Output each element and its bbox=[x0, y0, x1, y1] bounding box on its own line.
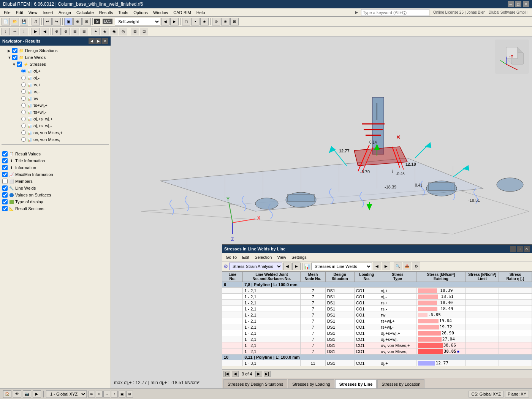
render-mode-2[interactable]: ▪ bbox=[191, 18, 200, 25]
toggle-design-situations[interactable]: ▶ bbox=[8, 49, 12, 53]
check-stresses[interactable] bbox=[17, 62, 22, 67]
check-information[interactable] bbox=[2, 165, 8, 170]
rp-menu-edit[interactable]: Edit bbox=[240, 254, 252, 260]
next-page-button[interactable]: ▶ bbox=[255, 371, 262, 377]
check-result-sections[interactable] bbox=[2, 206, 8, 211]
table-row[interactable]: 1 - 2,1 7 DS1 CO1 σj,+s+w|,+ 26.90 bbox=[222, 330, 532, 336]
tree-item-design-situations[interactable]: ▶ 📁 Design Situations bbox=[2, 47, 109, 54]
table-row[interactable]: 1 - 2,1 7 DS1 CO1 τw -6.85 bbox=[222, 312, 532, 318]
radio-vonmises-minus[interactable] bbox=[21, 137, 26, 142]
tb2-btn7[interactable]: ⊖ bbox=[62, 28, 70, 35]
check-line-welds-2[interactable] bbox=[2, 185, 8, 191]
render-mode-1[interactable]: ◻ bbox=[182, 18, 190, 25]
check-members[interactable] bbox=[2, 179, 8, 184]
tree-item-title-info[interactable]: ℹ Title Information bbox=[2, 157, 109, 164]
check-result-values[interactable] bbox=[2, 151, 8, 157]
status-camera-button[interactable]: 📷 bbox=[23, 390, 31, 398]
tree-item-vonmises-plus[interactable]: 📊 σv, von Mises,+ bbox=[2, 129, 109, 136]
rp-next2-button[interactable]: ▶ bbox=[382, 263, 390, 270]
radio-sigma-minus[interactable] bbox=[21, 76, 26, 80]
radio-sigma-sw-minus[interactable] bbox=[21, 124, 26, 128]
menu-file[interactable]: File bbox=[2, 10, 13, 16]
table-row[interactable]: 1 - 2,1 7 DS1 CO1 τs,- -18.49 bbox=[222, 306, 532, 312]
nav-next-button[interactable]: ▶ bbox=[95, 38, 101, 44]
menu-help[interactable]: Help bbox=[194, 10, 207, 16]
status-tb4[interactable]: ↕ bbox=[111, 391, 118, 397]
check-design-situations[interactable] bbox=[12, 48, 17, 53]
menu-insert[interactable]: Insert bbox=[40, 10, 55, 16]
undo-button[interactable]: ↩ bbox=[43, 18, 52, 25]
tree-item-stresses[interactable]: ▼ ⚡ Stresses bbox=[2, 61, 109, 68]
menu-results[interactable]: Results bbox=[97, 10, 116, 16]
radio-tau-sw-plus[interactable] bbox=[21, 103, 26, 108]
rp-minimize-button[interactable]: ─ bbox=[510, 246, 516, 252]
menu-calculate[interactable]: Calculate bbox=[74, 10, 96, 16]
tb2-btn1[interactable]: ↕ bbox=[2, 28, 10, 35]
rp-menu-view[interactable]: View bbox=[275, 254, 288, 260]
rp-close-button[interactable]: ✕ bbox=[524, 246, 530, 252]
toggle-line-welds[interactable]: ▼ bbox=[8, 55, 12, 60]
coord-system-dropdown[interactable]: 1 - Global XYZ bbox=[46, 390, 87, 398]
tree-item-information[interactable]: ℹ Information bbox=[2, 164, 109, 171]
rp-menu-goto[interactable]: Go To bbox=[223, 254, 239, 260]
prev-page-button[interactable]: ◀ bbox=[232, 371, 239, 377]
status-eye-button[interactable]: 👁 bbox=[13, 390, 21, 398]
radio-tau-s-minus[interactable] bbox=[21, 89, 26, 94]
nav-prev-button[interactable]: ◀ bbox=[89, 38, 95, 44]
table-row[interactable]: 1 - 2,1 7 DS1 CO1 σj,+s+w|,- 27.04 bbox=[222, 336, 532, 342]
tb2-btn14[interactable]: ⊠ bbox=[131, 28, 139, 35]
tree-item-tau-w[interactable]: 📊 τw bbox=[2, 95, 109, 102]
tb2-btn6[interactable]: ⊕ bbox=[52, 28, 61, 35]
3d-viewport[interactable]: Stress-Strain Analysis bbox=[111, 36, 532, 388]
rp-menu-selection[interactable]: Selection bbox=[252, 254, 274, 260]
tab-by-loading[interactable]: Stresses by Loading bbox=[288, 379, 334, 388]
menu-edit[interactable]: Edit bbox=[14, 10, 25, 16]
menu-window[interactable]: Window bbox=[151, 10, 170, 16]
navigation-cube[interactable]: -Y bbox=[495, 40, 529, 74]
view-btn-2[interactable]: ⊗ bbox=[221, 18, 230, 25]
tree-item-sigma-sw-plus[interactable]: 📊 σj,+s+w|,+ bbox=[2, 116, 109, 122]
status-tb5[interactable]: ▣ bbox=[119, 391, 125, 397]
status-tb1[interactable]: ⊕ bbox=[88, 391, 95, 397]
tree-item-result-sections[interactable]: 📐 Result Sections bbox=[2, 205, 109, 212]
radio-tau-s-plus[interactable] bbox=[21, 82, 26, 87]
open-button[interactable]: 📂 bbox=[11, 18, 19, 25]
rp-export-button[interactable]: 📤 bbox=[403, 263, 411, 270]
table-row[interactable]: 1 - 3,1 11 DS1 CO1 σj,+ 12.77 bbox=[222, 360, 532, 366]
minimize-button[interactable]: ─ bbox=[508, 1, 514, 7]
tb2-btn5[interactable]: ◀ bbox=[41, 28, 49, 35]
new-button[interactable]: 📄 bbox=[2, 18, 10, 25]
tb2-btn9[interactable]: ⊟ bbox=[80, 28, 88, 35]
tb2-btn3[interactable]: ↕ bbox=[20, 28, 28, 35]
tb2-btn13[interactable]: ◎ bbox=[119, 28, 127, 35]
rp-prev2-button[interactable]: ◀ bbox=[373, 263, 381, 270]
table-row[interactable]: 1 - 2,1 7 DS1 CO1 τs+w|,+ 19.64 bbox=[222, 318, 532, 324]
last-page-button[interactable]: ▶| bbox=[264, 371, 271, 377]
radio-tau-sw-minus[interactable] bbox=[21, 110, 26, 114]
tb2-btn2[interactable]: ⇔ bbox=[11, 28, 19, 35]
tree-item-values-on-surfaces[interactable]: 🔵 Values on Surfaces bbox=[2, 192, 109, 198]
rp-settings-button[interactable]: ⚙ bbox=[412, 263, 420, 270]
status-tb2[interactable]: ⊖ bbox=[96, 391, 103, 397]
tree-item-line-welds-2[interactable]: 🔧 Line Welds bbox=[2, 185, 109, 192]
tree-item-line-welds[interactable]: ▼ 📁 Line Welds bbox=[2, 54, 109, 61]
table-row[interactable]: 1 - 2,1 7 DS1 CO1 σv, von Mises,- 38.85 … bbox=[222, 348, 532, 355]
keyword-search-input[interactable] bbox=[361, 9, 429, 16]
tree-item-tau-s-minus[interactable]: 📊 τs,- bbox=[2, 88, 109, 95]
radio-sigma-plus[interactable] bbox=[21, 69, 26, 73]
analysis-type-dropdown[interactable]: Stress-Strain Analysis bbox=[229, 263, 282, 270]
table-row[interactable]: 1 - 2,1 7 DS1 CO1 σj,- -18.51 bbox=[222, 294, 532, 300]
menu-cad-bim[interactable]: CAD-BIM bbox=[171, 10, 193, 16]
result-type-dropdown[interactable]: Stresses in Line Welds bbox=[311, 263, 372, 270]
tree-item-result-values[interactable]: 📋 Result Values bbox=[2, 150, 109, 157]
save-button[interactable]: 💾 bbox=[20, 18, 28, 25]
check-title-info[interactable] bbox=[2, 158, 8, 163]
view-btn-3[interactable]: ⊞ bbox=[230, 18, 239, 25]
table-row[interactable]: 1 - 2,1 7 DS1 CO1 τs,+ -18.40 bbox=[222, 300, 532, 306]
tree-item-sigma-sw-minus[interactable]: 📊 σj,+s+w|,- bbox=[2, 122, 109, 129]
rp-prev-button[interactable]: ◀ bbox=[283, 263, 291, 270]
tab-by-design-situations[interactable]: Stresses by Design Situations bbox=[223, 379, 287, 388]
tb2-btn4[interactable]: ▶ bbox=[32, 28, 40, 35]
print-button[interactable]: 🖨 bbox=[32, 18, 40, 25]
tree-item-tau-s-plus[interactable]: 📊 τs,+ bbox=[2, 81, 109, 88]
